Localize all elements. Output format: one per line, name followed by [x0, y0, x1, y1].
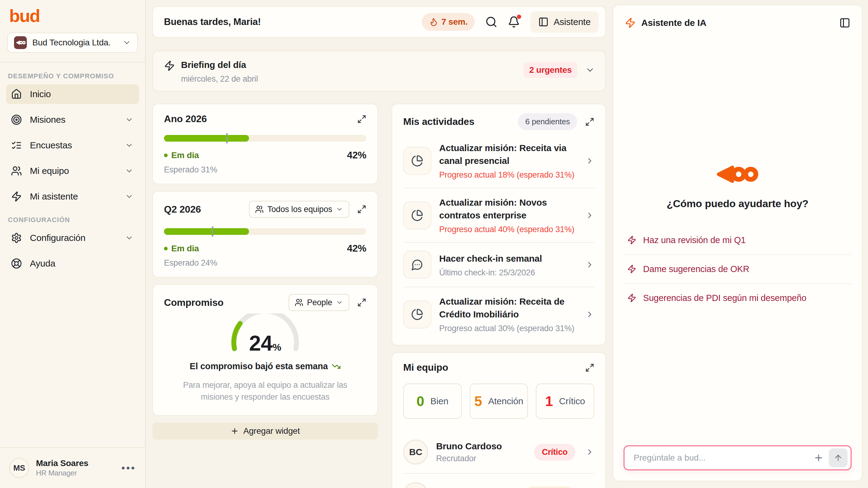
expand-icon[interactable]	[357, 205, 366, 214]
activity-row[interactable]: Actualizar misión: Receita de Crédito Im…	[403, 287, 594, 341]
chevron-down-icon[interactable]	[585, 65, 595, 75]
stat-atencion[interactable]: 5 Atención	[470, 384, 528, 419]
sidebar-nav: Inicio Misiones Encuestas Mi equipo Mi a…	[0, 85, 145, 279]
urgent-badge[interactable]: 2 urgentes	[524, 62, 577, 78]
stat-value: 1	[545, 393, 553, 410]
attach-plus-icon[interactable]	[813, 453, 824, 463]
widget-title: Mis actividades	[403, 116, 474, 127]
lightning-icon	[627, 264, 637, 273]
panel-collapse-icon[interactable]	[839, 18, 850, 28]
sidebar-item-label: Inicio	[30, 89, 133, 99]
ai-chat-input-container	[624, 445, 851, 470]
suggestion-pdi[interactable]: Sugerencias de PDI según mi desempeño	[624, 283, 851, 312]
chevron-right-icon	[585, 211, 594, 220]
activity-progress: Último check-in: 25/3/2026	[439, 268, 577, 278]
avatar: CS	[403, 482, 428, 488]
sidebar-item-label: Misiones	[30, 115, 117, 125]
widget-title: Q2 2026	[164, 204, 201, 215]
activity-progress: Progreso actual 18% (esperado 31%)	[439, 170, 577, 180]
sidebar-item-label: Ayuda	[30, 258, 133, 269]
ai-chat-input[interactable]	[633, 453, 820, 463]
widget-title: Mi equipo	[403, 362, 448, 373]
progress-fill	[164, 228, 249, 235]
assistant-button[interactable]: Asistente	[530, 11, 598, 33]
streak-badge[interactable]: 7 sem.	[422, 13, 475, 31]
bell-icon[interactable]	[508, 16, 520, 28]
suggestion-label: Haz una revisión de mi Q1	[643, 235, 746, 245]
company-selector[interactable]: Bud Tecnologia Ltda.	[7, 33, 138, 53]
status-dot	[164, 247, 167, 250]
widget-mis-actividades: Mis actividades 6 pendientes Actualizar …	[392, 104, 606, 346]
sidebar-item-ayuda[interactable]: Ayuda	[6, 254, 139, 273]
engagement-message: El compromiso bajó esta semana	[164, 361, 366, 371]
expected-marker	[226, 133, 228, 143]
widget-title: Compromiso	[164, 297, 223, 308]
chevron-down-icon	[125, 192, 133, 201]
greeting-title: Buenas tardes, Maria!	[164, 17, 261, 27]
user-profile[interactable]: MS Maria Soares HR Manager •••	[0, 447, 145, 488]
activity-progress: Progreso actual 30% (esperado 31%)	[439, 324, 577, 333]
stat-critico[interactable]: 1 Crítico	[536, 384, 594, 419]
page-header: Buenas tardes, Maria! 7 sem. Asistente	[152, 6, 606, 38]
chevron-right-icon	[585, 448, 594, 457]
activity-row[interactable]: Actualizar misión: Receita via canal pre…	[403, 134, 594, 188]
trend-down-icon	[332, 362, 341, 371]
progress-bar	[164, 228, 366, 235]
people-filter-dropdown[interactable]: People	[289, 294, 349, 311]
expand-icon[interactable]	[357, 115, 366, 124]
pending-badge: 6 pendientes	[518, 113, 577, 130]
stat-label: Crítico	[559, 396, 585, 406]
widget-ano-2026: Ano 2026 Em dia 42% Esperado 31%	[152, 104, 378, 184]
ai-panel-title: Asistente de IA	[641, 18, 707, 28]
sidebar-item-inicio[interactable]: Inicio	[6, 85, 139, 104]
suggestion-q1-review[interactable]: Haz una revisión de mi Q1	[624, 226, 851, 254]
add-widget-button[interactable]: Agregar widget	[152, 423, 378, 440]
checkin-chat-icon	[403, 251, 431, 279]
activity-progress: Progreso actual 40% (esperado 31%)	[439, 225, 577, 234]
lightning-icon	[627, 235, 637, 245]
assistant-button-label: Asistente	[554, 17, 591, 27]
activity-title: Actualizar misión: Receita de Crédito Im…	[439, 295, 577, 321]
briefing-card[interactable]: Briefing del día miércoles, 22 de abril …	[152, 51, 606, 91]
search-icon[interactable]	[485, 16, 497, 28]
member-status-badge: Crítico	[534, 444, 576, 461]
sidebar-item-label: Mi asistente	[30, 191, 117, 202]
stat-label: Bien	[430, 396, 448, 406]
section-label-config: CONFIGURACIÓN	[8, 216, 139, 224]
sidebar-item-encuestas[interactable]: Encuestas	[6, 135, 139, 155]
sidebar: bud Bud Tecnologia Ltda. DESEMPEÑO Y COM…	[0, 0, 146, 488]
team-member-row[interactable]: CS Carla Santos Atención	[403, 473, 594, 488]
chevron-down-icon	[336, 299, 343, 306]
user-role: HR Manager	[36, 469, 88, 477]
sidebar-divider	[0, 62, 145, 62]
lightning-icon	[625, 18, 636, 28]
expand-icon[interactable]	[585, 363, 594, 372]
team-filter-value: Todos los equipos	[267, 205, 332, 214]
target-icon	[11, 114, 22, 125]
team-member-row[interactable]: BC Bruno Cardoso Recrutador Crítico	[403, 431, 594, 473]
users-icon	[11, 165, 22, 176]
user-menu-button[interactable]: •••	[121, 462, 136, 474]
suggestion-okr[interactable]: Dame sugerencias de OKR	[624, 254, 851, 283]
stat-bien[interactable]: 0 Bien	[403, 384, 462, 419]
mission-pie-icon	[403, 300, 431, 328]
zap-icon	[164, 60, 175, 71]
expand-icon[interactable]	[585, 117, 594, 126]
expected-label: Esperado 24%	[164, 258, 366, 268]
activity-row[interactable]: Hacer check-in semanal Último check-in: …	[403, 242, 594, 287]
progress-fill	[164, 135, 249, 142]
send-button[interactable]	[829, 448, 847, 467]
sidebar-item-mi-asistente[interactable]: Mi asistente	[6, 187, 139, 206]
expand-icon[interactable]	[357, 298, 366, 307]
sidebar-item-label: Encuestas	[30, 140, 117, 151]
chevron-down-icon	[125, 116, 133, 124]
sidebar-item-configuracion[interactable]: Configuración	[6, 228, 139, 248]
mission-pie-icon	[403, 201, 431, 229]
activity-title: Actualizar misión: Novos contratos enter…	[439, 196, 577, 222]
activity-row[interactable]: Actualizar misión: Novos contratos enter…	[403, 188, 594, 242]
team-filter-dropdown[interactable]: Todos los equipos	[249, 201, 349, 218]
sidebar-item-misiones[interactable]: Misiones	[6, 110, 139, 129]
expected-marker	[212, 226, 213, 237]
sidebar-item-mi-equipo[interactable]: Mi equipo	[6, 161, 139, 181]
sidebar-item-label: Configuración	[30, 233, 117, 243]
